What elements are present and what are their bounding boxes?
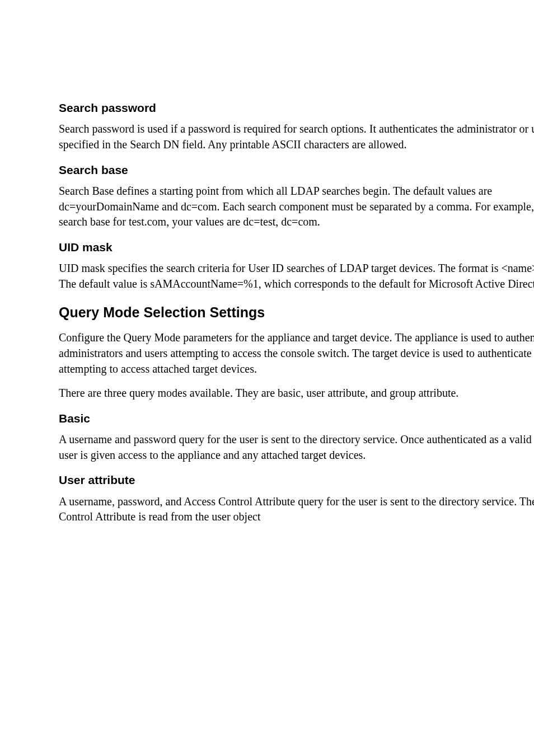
paragraph-search-password: Search password is used if a password is… bbox=[59, 121, 534, 152]
heading-uid-mask: UID mask bbox=[59, 239, 534, 255]
paragraph-query-mode-1: Configure the Query Mode parameters for … bbox=[59, 330, 534, 377]
heading-search-base: Search base bbox=[59, 162, 534, 178]
paragraph-user-attribute: A username, password, and Access Control… bbox=[59, 494, 534, 525]
heading-query-mode: Query Mode Selection Settings bbox=[59, 303, 534, 322]
heading-basic: Basic bbox=[59, 410, 534, 426]
paragraph-search-base: Search Base defines a starting point fro… bbox=[59, 184, 534, 230]
heading-search-password: Search password bbox=[59, 100, 534, 116]
paragraph-uid-mask: UID mask specifies the search criteria f… bbox=[59, 261, 534, 292]
heading-user-attribute: User attribute bbox=[59, 472, 534, 488]
paragraph-basic: A username and password query for the us… bbox=[59, 432, 534, 463]
paragraph-query-mode-2: There are three query modes available. T… bbox=[59, 386, 534, 401]
